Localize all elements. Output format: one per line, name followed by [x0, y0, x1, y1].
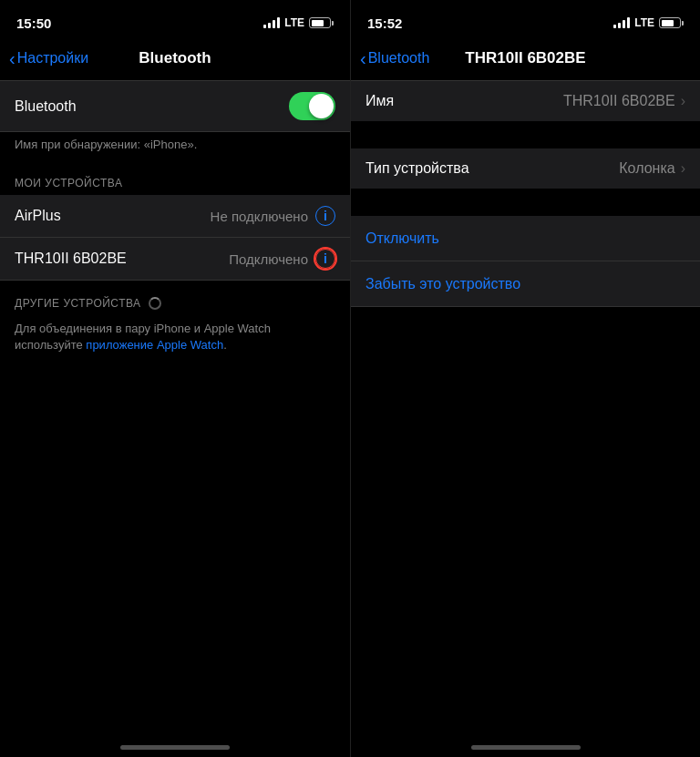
right-time: 15:52	[367, 15, 402, 31]
left-back-button[interactable]: ‹ Настройки	[9, 50, 88, 67]
right-panel: 15:52 LTE ‹ Bluetooth THR10II 6B02BE Имя…	[350, 0, 700, 757]
left-carrier: LTE	[284, 16, 304, 29]
name-row-chevron-icon: ›	[681, 93, 685, 109]
forget-action-row[interactable]: Забыть это устройство	[351, 261, 700, 307]
right-battery-icon	[659, 17, 684, 28]
other-devices-header: ДРУГИЕ УСТРОЙСТВА	[0, 281, 350, 315]
device-name-airplus: AirPlus	[15, 208, 211, 224]
left-back-chevron-icon: ‹	[9, 49, 15, 67]
other-desc-text2: .	[223, 338, 227, 352]
type-row-label: Тип устройства	[365, 160, 619, 177]
type-row-value: Колонка	[619, 160, 674, 177]
disconnect-action-row[interactable]: Отключить	[351, 216, 700, 261]
loading-spinner-icon	[149, 297, 161, 310]
type-section: Тип устройства Колонка ›	[351, 148, 700, 189]
bluetooth-subtitle: Имя при обнаружении: «iPhone».	[0, 132, 350, 160]
left-panel: 15:50 LTE ‹ Настройки Bluetooth Bluetoot…	[0, 0, 350, 757]
device-row-thr10ii[interactable]: THR10II 6B02BE Подключено i	[0, 238, 350, 281]
left-home-indicator	[120, 745, 230, 750]
left-time: 15:50	[16, 15, 51, 31]
disconnect-label: Отключить	[365, 230, 439, 247]
right-back-label: Bluetooth	[368, 50, 430, 66]
other-devices-desc: Для объединения в пару iPhone и Apple Wa…	[0, 315, 350, 363]
bluetooth-label: Bluetooth	[15, 98, 289, 115]
left-back-label: Настройки	[17, 50, 88, 66]
bluetooth-toggle[interactable]	[289, 92, 335, 120]
toggle-knob	[309, 94, 334, 118]
left-status-bar: 15:50 LTE	[0, 0, 350, 40]
name-row-value: THR10II 6B02BE	[563, 93, 675, 109]
actions-section: Отключить Забыть это устройство	[351, 216, 700, 307]
right-status-icons: LTE	[613, 16, 684, 29]
apple-watch-link[interactable]: приложение Apple Watch	[86, 338, 223, 352]
name-row[interactable]: Имя THR10II 6B02BE ›	[351, 81, 700, 121]
my-devices-header: МОИ УСТРОЙСТВА	[0, 160, 350, 195]
left-signal-icon	[263, 17, 280, 28]
section-gap-2	[351, 189, 700, 216]
right-signal-icon	[613, 17, 630, 28]
device-status-airplus: Не подключено	[211, 209, 308, 224]
forget-label: Забыть это устройство	[365, 276, 520, 292]
right-nav-bar: ‹ Bluetooth THR10II 6B02BE	[351, 40, 700, 80]
name-row-label: Имя	[365, 93, 563, 109]
left-nav-bar: ‹ Настройки Bluetooth	[0, 40, 350, 80]
left-battery-icon	[309, 17, 334, 28]
other-devices-label: ДРУГИЕ УСТРОЙСТВА	[15, 297, 141, 310]
right-carrier: LTE	[634, 16, 654, 29]
section-gap-1	[351, 121, 700, 148]
right-status-bar: 15:52 LTE	[351, 0, 700, 40]
right-nav-title: THR10II 6B02BE	[465, 49, 585, 67]
bluetooth-toggle-row: Bluetooth	[0, 81, 350, 132]
left-status-icons: LTE	[263, 16, 334, 29]
name-section: Имя THR10II 6B02BE ›	[351, 81, 700, 121]
right-back-button[interactable]: ‹ Bluetooth	[360, 50, 429, 67]
left-nav-title: Bluetooth	[139, 49, 211, 67]
my-devices-section: AirPlus Не подключено i THR10II 6B02BE П…	[0, 195, 350, 281]
device-status-thr10ii: Подключено	[229, 251, 308, 267]
device-info-button-thr10ii[interactable]: i	[315, 249, 335, 269]
right-home-indicator	[471, 745, 581, 750]
right-back-chevron-icon: ‹	[360, 49, 366, 67]
device-info-button-airplus[interactable]: i	[315, 206, 335, 226]
device-name-thr10ii: THR10II 6B02BE	[15, 251, 229, 267]
type-row-chevron-icon: ›	[681, 160, 685, 177]
device-row-airplus[interactable]: AirPlus Не подключено i	[0, 195, 350, 238]
type-row[interactable]: Тип устройства Колонка ›	[351, 148, 700, 189]
